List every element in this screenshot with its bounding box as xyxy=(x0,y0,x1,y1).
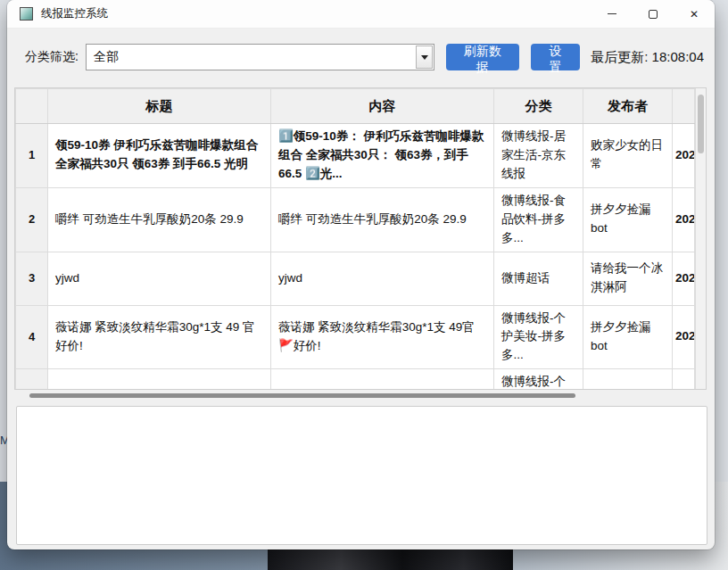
row-index: 1 xyxy=(16,124,48,188)
maximize-button[interactable] xyxy=(633,0,674,29)
close-button[interactable]: ✕ xyxy=(674,0,715,29)
table-row[interactable]: 2 嚼绊 可劲造生牛乳厚酸奶20条 29.9 嚼绊 可劲造生牛乳厚酸奶20条 2… xyxy=(16,187,695,252)
last-update-text: 最后更新: 18:08:04 xyxy=(591,49,704,66)
cell-publisher[interactable]: 拼夕夕捡漏bot xyxy=(583,305,673,369)
header-category[interactable]: 分类 xyxy=(494,89,583,124)
cell-publisher[interactable]: 请给我一个冰淇淋阿 xyxy=(583,252,673,305)
header-index xyxy=(16,89,48,124)
cell-date[interactable]: 202 xyxy=(673,252,695,305)
cell-title[interactable]: jd美妆05 叠0噜德佑 xyxy=(48,369,271,390)
cell-content[interactable]: 嚼绊 可劲造生牛乳厚酸奶20条 29.9 xyxy=(271,187,494,252)
settings-button[interactable]: 设置 xyxy=(531,44,581,70)
window-title: 线报监控系统 xyxy=(41,6,108,21)
table-header-row: 标题 内容 分类 发布者 xyxy=(16,89,695,124)
minimize-icon xyxy=(608,13,616,14)
horizontal-scrollbar-thumb[interactable] xyxy=(29,393,575,398)
table-row[interactable]: 5 jd美妆05 叠0噜德佑 jd美妆05 叠0噜德佑 微博线报-个护美妆-京东… xyxy=(16,369,695,390)
cell-title[interactable]: 领59-10券 伊利巧乐兹苦咖啡爆款组合全家福共30只 领63券 到手66.5 … xyxy=(48,124,271,188)
row-index: 3 xyxy=(16,252,48,305)
category-filter-value: 全部 xyxy=(87,49,416,65)
cell-publisher[interactable]: 丐帮羊毛日记 xyxy=(583,369,673,390)
filter-label: 分类筛选: xyxy=(25,49,79,65)
cell-category[interactable]: 微博线报-个护美妆-京东线报 xyxy=(494,369,583,390)
row-index: 4 xyxy=(16,305,48,369)
header-content[interactable]: 内容 xyxy=(271,89,494,124)
vertical-scrollbar[interactable] xyxy=(695,88,706,389)
cell-publisher[interactable]: 拼夕夕捡漏bot xyxy=(583,187,673,252)
titlebar: 线报监控系统 ✕ xyxy=(7,0,715,29)
cell-category[interactable]: 微博线报-居家生活-京东线报 xyxy=(494,124,583,188)
cell-content[interactable]: 薇诺娜 紧致淡纹精华霜30g*1支 49官🚩好价! xyxy=(271,305,494,369)
desktop-wallpaper-dark-strip xyxy=(268,546,513,570)
cell-date[interactable]: 202 xyxy=(673,124,695,188)
maximize-icon xyxy=(649,10,658,19)
toolbar: 分类筛选: 全部 刷新数据 设置 最后更新: 18:08:04 xyxy=(7,37,715,78)
row-index: 5 xyxy=(16,369,48,390)
close-icon: ✕ xyxy=(690,9,699,20)
category-filter-combobox[interactable]: 全部 xyxy=(86,44,434,70)
header-publisher[interactable]: 发布者 xyxy=(583,89,673,124)
chevron-down-icon xyxy=(421,55,428,60)
horizontal-scrollbar[interactable] xyxy=(14,392,707,400)
app-window: 线报监控系统 ✕ 分类筛选: 全部 刷新数据 设置 最后更新: 18:08:04… xyxy=(7,0,715,549)
cell-category[interactable]: 微博超话 xyxy=(494,252,583,305)
header-title[interactable]: 标题 xyxy=(48,89,271,124)
table-row[interactable]: 1 领59-10券 伊利巧乐兹苦咖啡爆款组合全家福共30只 领63券 到手66.… xyxy=(16,124,695,188)
minimize-button[interactable] xyxy=(592,0,633,29)
refresh-data-button[interactable]: 刷新数据 xyxy=(446,44,518,70)
app-icon xyxy=(20,7,33,21)
cell-content[interactable]: yjwd xyxy=(271,252,494,305)
cell-publisher[interactable]: 败家少女的日常 xyxy=(583,124,673,188)
cell-title[interactable]: 嚼绊 可劲造生牛乳厚酸奶20条 29.9 xyxy=(48,187,271,252)
cell-date[interactable]: 202 xyxy=(673,187,695,252)
cell-title[interactable]: 薇诺娜 紧致淡纹精华霜30g*1支 49 官好价! xyxy=(48,305,271,369)
header-date[interactable] xyxy=(673,89,695,124)
data-table-container: 标题 内容 分类 发布者 1 领59-10券 伊利巧乐兹苦咖啡爆款组合全家福共3… xyxy=(14,87,707,390)
cell-content[interactable]: jd美妆05 叠0噜德佑 xyxy=(271,369,494,390)
table-row[interactable]: 3 yjwd yjwd 微博超话 请给我一个冰淇淋阿 202 xyxy=(16,252,695,305)
cell-date[interactable]: 202 xyxy=(673,305,695,369)
cell-category[interactable]: 微博线报-个护美妆-拼多多... xyxy=(494,305,583,369)
cell-content[interactable]: 1️⃣领59-10券： 伊利巧乐兹苦咖啡爆款组合 全家福共30只： 领63券，到… xyxy=(271,124,494,188)
row-index: 2 xyxy=(16,187,48,252)
cell-date[interactable]: 202 xyxy=(673,369,695,390)
vertical-scrollbar-thumb[interactable] xyxy=(698,95,704,153)
table-row[interactable]: 4 薇诺娜 紧致淡纹精华霜30g*1支 49 官好价! 薇诺娜 紧致淡纹精华霜3… xyxy=(16,305,695,369)
cell-category[interactable]: 微博线报-食品饮料-拼多多... xyxy=(494,187,583,252)
detail-textarea[interactable] xyxy=(16,406,707,545)
cell-title[interactable]: yjwd xyxy=(48,252,271,305)
data-table: 标题 内容 分类 发布者 1 领59-10券 伊利巧乐兹苦咖啡爆款组合全家福共3… xyxy=(15,88,695,390)
combobox-dropdown-button[interactable] xyxy=(416,45,433,69)
